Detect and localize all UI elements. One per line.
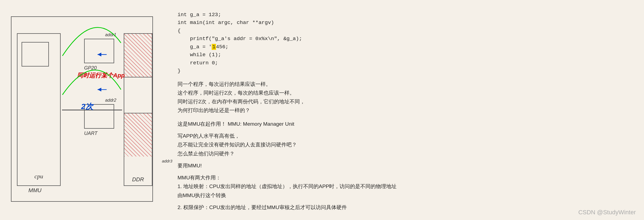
para4: 为何打印出的地址还是一样的？ (178, 106, 633, 115)
hardware-diagram: cpu MMU addr1 GP20 addr2 UART (11, 16, 153, 202)
para2: 这个程序，同时运行2次，每次的结果也应该一样。 (178, 89, 633, 97)
gp20-box: addr1 GP20 (84, 39, 114, 63)
addr2-label: addr2 (105, 98, 116, 103)
gp20-label: GP20 (84, 65, 97, 71)
ddr-label: DDR (132, 176, 144, 183)
csdn-watermark: CSDN @StudyWinter (578, 209, 636, 216)
mmu-functions: MMU有两大作用： 1. 地址映射：CPU发出同样的地址（虚拟地址），执行不同的… (178, 173, 633, 200)
software-explanation: 写APP的人水平有高有低， 总不能让完全没有硬件知识的人去直接访问硬件吧？ 怎么… (178, 132, 633, 158)
text-section: int g_a = 123; int main(int argc, char *… (169, 8, 633, 212)
ddr-hatch-top (124, 34, 152, 77)
code-line-5: g_a = '1456; (178, 43, 633, 51)
cpu-box: cpu MMU (17, 33, 61, 186)
ddr-hatch-bottom: addr3 (124, 113, 152, 156)
ddr-middle-empty (124, 77, 152, 113)
code-line-8: } (178, 67, 633, 75)
annotation-red: 同时运行某个App (77, 71, 126, 80)
cpu-label: cpu (34, 173, 43, 180)
code-line-2: int main(int argc, char **argv) (178, 19, 633, 27)
code-line-6: while (1); (178, 51, 633, 59)
code-line-1: int g_a = 123; (178, 11, 633, 19)
para1: 同一个程序，每次运行的结果应该一样。 (178, 80, 633, 89)
code-line-4: printf("g_a's addr = 0x%x\n", &g_a); (178, 35, 633, 43)
cpu-inner-box (22, 42, 49, 67)
explanation-block-1: 同一个程序，每次运行的结果应该一样。 这个程序，同时运行2次，每次的结果也应该一… (178, 80, 633, 115)
hardware-diagram-section: cpu MMU addr1 GP20 addr2 UART (11, 8, 169, 212)
code-line-3: { (178, 27, 633, 35)
code-block: int g_a = 123; int main(int argc, char *… (178, 11, 633, 75)
mmu-title: 这是MMU在起作用！ MMU: Memory Manager Unit (178, 118, 633, 128)
mmu-func2: 2. 权限保护：CPU发出的地址，要经过MMU审核之后才可以访问具体硬件 (178, 203, 633, 212)
addr1-label: addr1 (105, 32, 116, 37)
annotation-blue: 2次 (81, 101, 93, 112)
uart-label: UART (84, 131, 98, 136)
ddr-box: addr3 DDR (124, 33, 152, 186)
code-line-7: return 0; (178, 59, 633, 67)
para3: 同时运行2次，在内存中有两份代码，它们的地址不同， (178, 97, 633, 106)
addr3-label: addr3 (162, 159, 172, 163)
mmu-label: MMU (28, 187, 42, 194)
use-mmu: 要用MMU! (178, 161, 633, 170)
